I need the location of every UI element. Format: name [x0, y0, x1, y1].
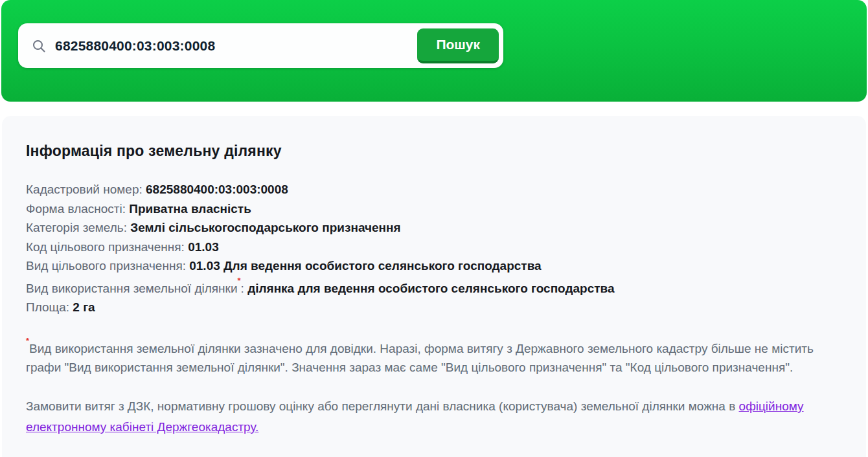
search-button[interactable]: Пошук [417, 28, 499, 63]
field-row-ownership-form: Форма власності: Приватна власність [26, 199, 841, 219]
field-label: Форма власності: [26, 202, 129, 216]
asterisk-marker: * [238, 276, 241, 285]
field-value: Землі сільськогосподарського призначення [130, 221, 400, 234]
order-info: Замовити витяг з ДЗК, нормативну грошову… [26, 396, 841, 438]
field-value: 2 га [73, 300, 95, 314]
field-label: Кадастровий номер: [26, 183, 146, 196]
field-row-land-category: Категорія земель: Землі сільськогосподар… [26, 218, 841, 238]
field-row-purpose-type: Вид цільового призначення: 01.03 Для вед… [26, 256, 841, 276]
field-label: Вид цільового призначення: [26, 259, 189, 273]
field-value: ділянка для ведення особистого селянсько… [247, 282, 614, 295]
header-banner: Пошук [1, 0, 867, 102]
footnote-text: Вид використання земельної ділянки зазна… [26, 342, 814, 374]
field-label: Площа: [26, 300, 73, 314]
search-bar: Пошук [18, 23, 503, 68]
field-row-purpose-code: Код цільового призначення: 01.03 [26, 238, 841, 257]
field-colon: : [241, 282, 248, 295]
info-card: Інформація про земельну ділянку Кадастро… [2, 116, 866, 457]
field-label: Код цільового призначення: [26, 240, 188, 254]
field-label: Категорія земель: [26, 221, 130, 234]
field-value: 6825880400:03:003:0008 [146, 183, 288, 196]
footnote: *Вид використання земельної ділянки зазн… [26, 336, 841, 377]
search-input[interactable] [54, 38, 417, 54]
order-text: Замовити витяг з ДЗК, нормативну грошову… [26, 399, 739, 413]
page-title: Інформація про земельну ділянку [26, 142, 841, 160]
field-value: Приватна власність [129, 202, 251, 216]
field-row-cadastral-number: Кадастровий номер: 6825880400:03:003:000… [26, 180, 841, 199]
search-icon [31, 38, 47, 54]
field-value: 01.03 [188, 240, 219, 254]
field-value: 01.03 Для ведення особистого селянського… [189, 259, 541, 273]
footnote-asterisk: * [26, 336, 29, 346]
field-label: Вид використання земельної ділянки [26, 282, 238, 295]
field-row-usage-type: Вид використання земельної ділянки*: діл… [26, 276, 841, 298]
field-row-area: Площа: 2 га [26, 298, 841, 317]
